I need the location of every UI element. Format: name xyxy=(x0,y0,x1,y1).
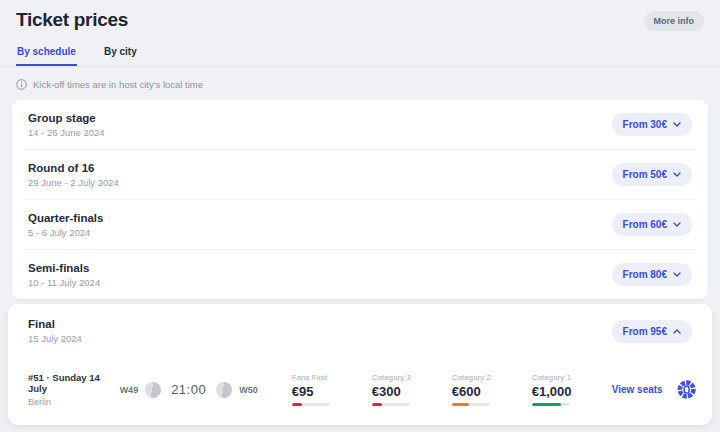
tab-bar: By schedule By city xyxy=(0,41,720,67)
stage-price-button[interactable]: From 95€ xyxy=(612,320,692,343)
category-price: €95 xyxy=(292,384,372,399)
away-team-badge-icon xyxy=(216,382,232,398)
kickoff-notice: Kick-off times are in host city's local … xyxy=(0,67,720,100)
category-label: Category 2 xyxy=(452,373,532,382)
stage-name: Final xyxy=(28,318,82,330)
tab-by-schedule[interactable]: By schedule xyxy=(16,41,77,66)
category-price: €300 xyxy=(372,384,452,399)
chevron-down-icon xyxy=(673,172,681,177)
chevron-down-icon xyxy=(673,122,681,127)
stage-price-button[interactable]: From 60€ xyxy=(612,213,692,236)
chevron-up-icon xyxy=(673,329,681,334)
demand-bar-fill xyxy=(372,403,383,406)
category-1: Category 1 €1,000 xyxy=(532,373,612,406)
stadium-seat-map-icon[interactable] xyxy=(677,376,696,403)
demand-bar xyxy=(532,403,570,406)
stage-price-label: From 95€ xyxy=(623,326,667,337)
demand-bar-fill xyxy=(292,403,303,406)
category-2: Category 2 €600 xyxy=(452,373,532,406)
category-3: Category 3 €300 xyxy=(372,373,452,406)
home-team-code: W49 xyxy=(120,385,139,395)
stage-name: Semi-finals xyxy=(28,262,100,274)
match-info: #51 · Sunday 14 July Berlin xyxy=(28,372,120,407)
stage-dates: 10 - 11 July 2024 xyxy=(28,277,100,288)
demand-bar xyxy=(372,403,410,406)
demand-bar-fill xyxy=(532,403,562,406)
info-icon xyxy=(16,79,27,90)
view-seats-link[interactable]: View seats xyxy=(612,384,663,395)
category-price: €1,000 xyxy=(532,384,612,399)
demand-bar xyxy=(292,403,330,406)
stage-price-button[interactable]: From 30€ xyxy=(612,113,692,136)
stage-dates: 29 June - 2 July 2024 xyxy=(28,177,119,188)
away-team-code: W50 xyxy=(239,385,258,395)
category-label: Category 1 xyxy=(532,373,612,382)
match-row: #51 · Sunday 14 July Berlin W49 21:00 W5… xyxy=(8,358,712,425)
fixture: W49 21:00 W50 xyxy=(120,382,258,398)
stages-card: Group stage 14 - 26 June 2024 From 30€ R… xyxy=(12,100,708,299)
demand-legend: Better chances Strong demand Very strong… xyxy=(0,425,720,432)
stage-price-label: From 60€ xyxy=(623,219,667,230)
stage-price-label: From 50€ xyxy=(623,169,667,180)
stage-name: Quarter-finals xyxy=(28,212,103,224)
category-label: Category 3 xyxy=(372,373,452,382)
category-label: Fans First xyxy=(292,373,372,382)
stage-price-label: From 30€ xyxy=(623,119,667,130)
match-id-date: #51 · Sunday 14 July xyxy=(28,372,120,394)
chevron-down-icon xyxy=(673,272,681,277)
stage-dates: 14 - 26 June 2024 xyxy=(28,127,105,138)
chevron-down-icon xyxy=(673,222,681,227)
stage-row-quarter-finals[interactable]: Quarter-finals 5 - 6 July 2024 From 60€ xyxy=(12,200,708,249)
stage-dates: 5 - 6 July 2024 xyxy=(28,227,103,238)
tab-by-city[interactable]: By city xyxy=(103,41,138,66)
stage-name: Group stage xyxy=(28,112,105,124)
page-title: Ticket prices xyxy=(16,9,128,31)
final-card: Final 15 July 2024 From 95€ #51 · Sunday… xyxy=(8,304,712,425)
category-fans-first: Fans First €95 xyxy=(292,373,372,406)
home-team-badge-icon xyxy=(145,382,161,398)
stage-price-button[interactable]: From 50€ xyxy=(612,163,692,186)
demand-bar-fill xyxy=(452,403,469,406)
stage-row-semi-finals[interactable]: Semi-finals 10 - 11 July 2024 From 80€ xyxy=(12,250,708,299)
match-city: Berlin xyxy=(28,397,120,407)
demand-bar xyxy=(452,403,490,406)
more-info-button[interactable]: More info xyxy=(644,11,705,31)
stage-name: Round of 16 xyxy=(28,162,119,174)
kickoff-time: 21:00 xyxy=(171,382,206,397)
stage-row-final[interactable]: Final 15 July 2024 From 95€ xyxy=(8,304,712,358)
stage-row-group-stage[interactable]: Group stage 14 - 26 June 2024 From 30€ xyxy=(12,100,708,149)
category-price: €600 xyxy=(452,384,532,399)
kickoff-notice-text: Kick-off times are in host city's local … xyxy=(33,79,203,90)
stage-dates: 15 July 2024 xyxy=(28,333,82,344)
price-categories: Fans First €95 Category 3 €300 Category … xyxy=(292,373,612,406)
stage-price-button[interactable]: From 80€ xyxy=(612,263,692,286)
stage-price-label: From 80€ xyxy=(623,269,667,280)
page-header: Ticket prices More info xyxy=(0,0,720,31)
stage-row-round-of-16[interactable]: Round of 16 29 June - 2 July 2024 From 5… xyxy=(12,150,708,199)
